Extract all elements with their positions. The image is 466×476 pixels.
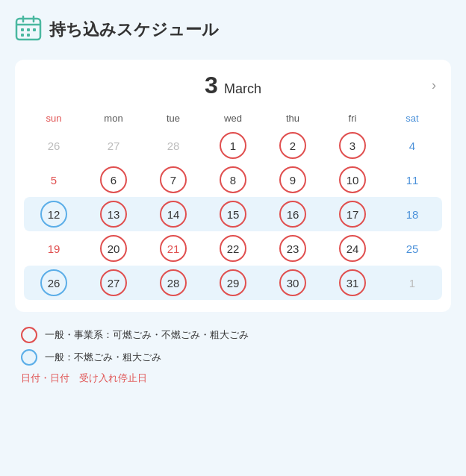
calendar-row-4: 19 20 21 22 23 24 25 <box>24 231 442 266</box>
day-1: 1 <box>203 128 263 163</box>
day-2: 2 <box>263 128 323 163</box>
calendar-row-5: 26 27 28 29 30 31 1 <box>24 266 442 300</box>
day-30: 30 <box>263 266 323 300</box>
day-21: 21 <box>143 231 203 266</box>
day-29: 29 <box>203 266 263 300</box>
legend-red-circle <box>21 327 37 343</box>
day-17: 17 <box>323 197 382 231</box>
day-25: 25 <box>382 231 442 266</box>
day-24: 24 <box>323 231 382 266</box>
day-27-prev: 27 <box>84 128 143 163</box>
svg-rect-7 <box>21 34 24 37</box>
page-title: 持ち込みスケジュール <box>49 19 219 41</box>
day-14: 14 <box>143 197 203 231</box>
month-name: March <box>224 81 261 97</box>
day-16: 16 <box>263 197 323 231</box>
header-tue: tue <box>143 108 203 128</box>
day-31: 31 <box>323 266 382 300</box>
header-fri: fri <box>323 108 382 128</box>
legend-item-1-text: 一般・事業系：可燃ごみ・不燃ごみ・粗大ごみ <box>45 328 249 342</box>
day-6: 6 <box>84 163 143 197</box>
svg-rect-8 <box>27 34 30 37</box>
legend-item-3-text: 日付・日付 受け入れ停止日 <box>21 372 147 385</box>
day-5: 5 <box>24 163 84 197</box>
day-26-prev: 26 <box>24 128 84 163</box>
calendar-icon <box>15 15 42 45</box>
header-thu: thu <box>263 108 323 128</box>
day-9: 9 <box>263 163 323 197</box>
calendar-row-3: 12 13 14 15 16 17 18 <box>24 197 442 231</box>
day-8: 8 <box>203 163 263 197</box>
svg-rect-4 <box>21 28 24 31</box>
header-sun: sun <box>24 108 84 128</box>
day-10: 10 <box>323 163 382 197</box>
page-header: 持ち込みスケジュール <box>15 15 451 45</box>
calendar-grid: sun mon tue wed thu fri sat 26 27 28 1 2… <box>24 108 442 300</box>
legend-item-2: 一般：不燃ごみ・粗大ごみ <box>21 349 445 366</box>
header-sat: sat <box>382 108 442 128</box>
weekday-header-row: sun mon tue wed thu fri sat <box>24 108 442 128</box>
day-13: 13 <box>84 197 143 231</box>
calendar-row-1: 26 27 28 1 2 3 4 <box>24 128 442 163</box>
day-22: 22 <box>203 231 263 266</box>
legend: 一般・事業系：可燃ごみ・不燃ごみ・粗大ごみ 一般：不燃ごみ・粗大ごみ 日付・日付… <box>15 327 451 385</box>
day-15: 15 <box>203 197 263 231</box>
legend-blue-circle <box>21 349 37 366</box>
month-label: 3 March <box>205 72 261 99</box>
next-month-button[interactable]: › <box>432 78 436 93</box>
day-27: 27 <box>84 266 143 300</box>
day-1-next: 1 <box>382 266 442 300</box>
day-20: 20 <box>84 231 143 266</box>
day-12: 12 <box>24 197 84 231</box>
header-mon: mon <box>84 108 143 128</box>
header-wed: wed <box>203 108 263 128</box>
day-3: 3 <box>323 128 382 163</box>
day-28-prev: 28 <box>143 128 203 163</box>
day-19: 19 <box>24 231 84 266</box>
calendar-container: 3 March › sun mon tue wed thu fri sat 26… <box>15 60 451 312</box>
svg-rect-6 <box>33 28 36 31</box>
month-number: 3 <box>205 72 218 99</box>
day-18: 18 <box>382 197 442 231</box>
calendar-row-2: 5 6 7 8 9 10 11 <box>24 163 442 197</box>
svg-rect-5 <box>27 28 30 31</box>
legend-item-1: 一般・事業系：可燃ごみ・不燃ごみ・粗大ごみ <box>21 327 445 343</box>
calendar-navigation: 3 March › <box>24 72 442 99</box>
legend-item-3: 日付・日付 受け入れ停止日 <box>21 372 445 385</box>
day-7: 7 <box>143 163 203 197</box>
day-26: 26 <box>24 266 84 300</box>
legend-item-2-text: 一般：不燃ごみ・粗大ごみ <box>45 351 161 364</box>
day-28: 28 <box>143 266 203 300</box>
day-23: 23 <box>263 231 323 266</box>
day-11: 11 <box>382 163 442 197</box>
day-4: 4 <box>382 128 442 163</box>
